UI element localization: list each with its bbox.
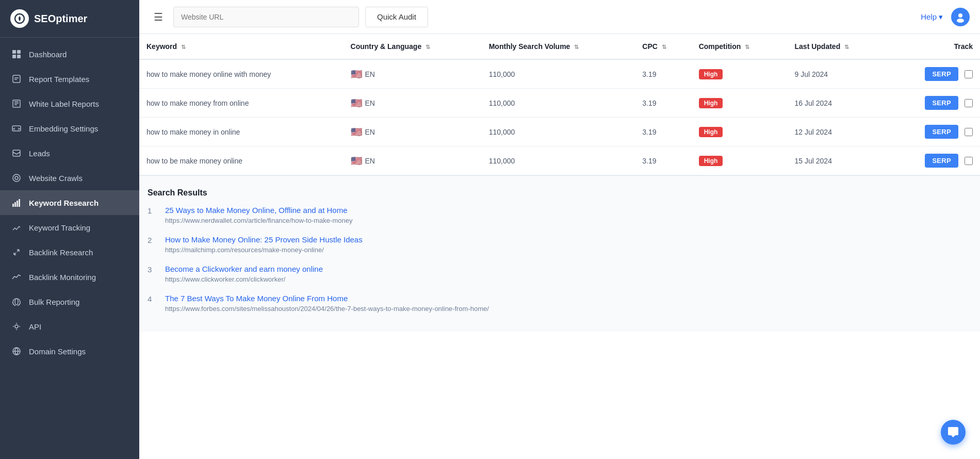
svg-point-18 — [958, 13, 962, 18]
serp-button-2[interactable]: SERP — [925, 125, 958, 139]
serp-num: 2 — [148, 235, 158, 244]
competition-badge-1: High — [699, 98, 723, 108]
cell-updated-3: 15 Jul 2024 — [788, 146, 889, 175]
sidebar-item-dashboard[interactable]: Dashboard — [0, 42, 139, 67]
serp-info: How to Make Money Online: 25 Proven Side… — [165, 235, 972, 254]
logo-text: SEOptimer — [34, 13, 87, 25]
serp-title[interactable]: How to Make Money Online: 25 Proven Side… — [165, 235, 972, 244]
svg-rect-5 — [13, 75, 20, 83]
sidebar-item-label: Keyword Research — [29, 199, 99, 207]
serp-button-3[interactable]: SERP — [925, 154, 958, 168]
main-area: ☰ Quick Audit Help ▾ Keyword ⇅ — [139, 0, 980, 459]
serp-list: 1 25 Ways to Make Money Online, Offline … — [148, 206, 972, 313]
language-2: EN — [365, 128, 375, 136]
chat-button[interactable] — [941, 420, 966, 445]
topbar: ☰ Quick Audit Help ▾ — [139, 0, 980, 34]
serp-button-1[interactable]: SERP — [925, 96, 958, 110]
sidebar-item-api[interactable]: API — [0, 314, 139, 339]
menu-button[interactable]: ☰ — [150, 9, 167, 25]
sidebar-item-keyword-tracking[interactable]: Keyword Tracking — [0, 215, 139, 240]
col-keyword[interactable]: Keyword ⇅ — [139, 34, 344, 59]
svg-rect-2 — [17, 50, 21, 54]
cell-competition-0: High — [692, 59, 788, 89]
serp-button-0[interactable]: SERP — [925, 67, 958, 81]
svg-point-15 — [15, 299, 18, 305]
cell-cpc-3: 3.19 — [635, 146, 691, 175]
url-input[interactable] — [173, 7, 359, 27]
table-row: how to make money from online 🇺🇸 EN 110,… — [139, 89, 980, 118]
keyword-research-icon — [11, 198, 22, 208]
white-label-reports-icon — [11, 99, 22, 109]
serp-num: 4 — [148, 294, 158, 303]
col-competition[interactable]: Competition ⇅ — [692, 34, 788, 59]
language-0: EN — [365, 70, 375, 78]
serp-num: 3 — [148, 265, 158, 274]
serp-result: 1 25 Ways to Make Money Online, Offline … — [148, 206, 972, 225]
sidebar-item-domain-settings[interactable]: Domain Settings — [0, 339, 139, 364]
serp-url: https://www.forbes.com/sites/melissahous… — [165, 305, 489, 313]
sidebar-item-bulk-reporting[interactable]: Bulk Reporting — [0, 289, 139, 314]
track-checkbox-1[interactable] — [965, 99, 973, 107]
sort-country-icon: ⇅ — [426, 44, 430, 51]
cell-keyword-3: how to be make money online — [139, 146, 344, 175]
help-button[interactable]: Help ▾ — [921, 12, 943, 22]
col-country-language[interactable]: Country & Language ⇅ — [344, 34, 482, 59]
quick-audit-button[interactable]: Quick Audit — [365, 7, 428, 27]
sidebar-item-label: Leads — [29, 149, 50, 158]
flag-2: 🇺🇸 — [351, 126, 362, 138]
track-checkbox-0[interactable] — [965, 70, 973, 78]
sort-keyword-icon: ⇅ — [181, 44, 186, 51]
serp-url: https://mailchimp.com/resources/make-mon… — [165, 246, 324, 254]
sidebar-item-label: Backlink Research — [29, 248, 93, 257]
serp-result: 4 The 7 Best Ways To Make Money Online F… — [148, 294, 972, 313]
cell-keyword-1: how to make money from online — [139, 89, 344, 118]
sidebar-item-leads[interactable]: Leads — [0, 141, 139, 166]
content-area: Keyword ⇅ Country & Language ⇅ Monthly S… — [139, 34, 980, 459]
bulk-reporting-icon — [11, 297, 22, 307]
table-row: how to make money in online 🇺🇸 EN 110,00… — [139, 118, 980, 146]
col-cpc[interactable]: CPC ⇅ — [635, 34, 691, 59]
serp-title[interactable]: The 7 Best Ways To Make Money Online Fro… — [165, 294, 972, 303]
col-last-updated[interactable]: Last Updated ⇅ — [788, 34, 889, 59]
backlink-monitoring-icon — [11, 272, 22, 282]
cell-volume-0: 110,000 — [482, 59, 635, 89]
competition-badge-0: High — [699, 69, 723, 79]
sidebar-item-website-crawls[interactable]: Website Crawls — [0, 166, 139, 190]
sidebar-item-report-templates[interactable]: Report Templates — [0, 67, 139, 91]
svg-rect-12 — [14, 202, 16, 207]
cell-track-0: SERP — [889, 59, 980, 89]
sidebar-item-backlink-monitoring[interactable]: Backlink Monitoring — [0, 265, 139, 289]
track-checkbox-2[interactable] — [965, 128, 973, 136]
avatar[interactable] — [951, 8, 970, 26]
report-templates-icon — [11, 74, 22, 84]
cell-country-0: 🇺🇸 EN — [344, 59, 482, 89]
sidebar-item-backlink-research[interactable]: Backlink Research — [0, 240, 139, 265]
cell-country-3: 🇺🇸 EN — [344, 146, 482, 175]
col-monthly-search-volume[interactable]: Monthly Search Volume ⇅ — [482, 34, 635, 59]
cell-competition-1: High — [692, 89, 788, 118]
svg-rect-14 — [19, 199, 20, 207]
svg-rect-11 — [12, 204, 14, 207]
cell-volume-1: 110,000 — [482, 89, 635, 118]
svg-point-9 — [13, 174, 20, 182]
cell-cpc-0: 3.19 — [635, 59, 691, 89]
cell-keyword-2: how to make money in online — [139, 118, 344, 146]
sidebar-nav: Dashboard Report Templates White Label R… — [0, 38, 139, 459]
backlink-research-icon — [11, 247, 22, 257]
track-checkbox-3[interactable] — [965, 157, 973, 165]
sidebar-item-label: Backlink Monitoring — [29, 273, 96, 282]
sort-updated-icon: ⇅ — [844, 44, 849, 51]
serp-title[interactable]: Become a Clickworker and earn money onli… — [165, 265, 972, 273]
sidebar-item-embedding-settings[interactable]: Embedding Settings — [0, 116, 139, 141]
search-results-section: Search Results 1 25 Ways to Make Money O… — [139, 175, 980, 332]
sidebar-item-label: Dashboard — [29, 50, 67, 59]
sidebar-item-keyword-research[interactable]: Keyword Research — [0, 190, 139, 215]
logo-icon — [10, 9, 29, 28]
embedding-settings-icon — [11, 123, 22, 134]
logo[interactable]: SEOptimer — [0, 0, 139, 38]
sidebar-item-white-label-reports[interactable]: White Label Reports — [0, 91, 139, 116]
sidebar-item-label: Report Templates — [29, 75, 89, 84]
language-1: EN — [365, 99, 375, 107]
serp-title[interactable]: 25 Ways to Make Money Online, Offline an… — [165, 206, 972, 215]
serp-url: https://www.nerdwallet.com/article/finan… — [165, 217, 352, 224]
